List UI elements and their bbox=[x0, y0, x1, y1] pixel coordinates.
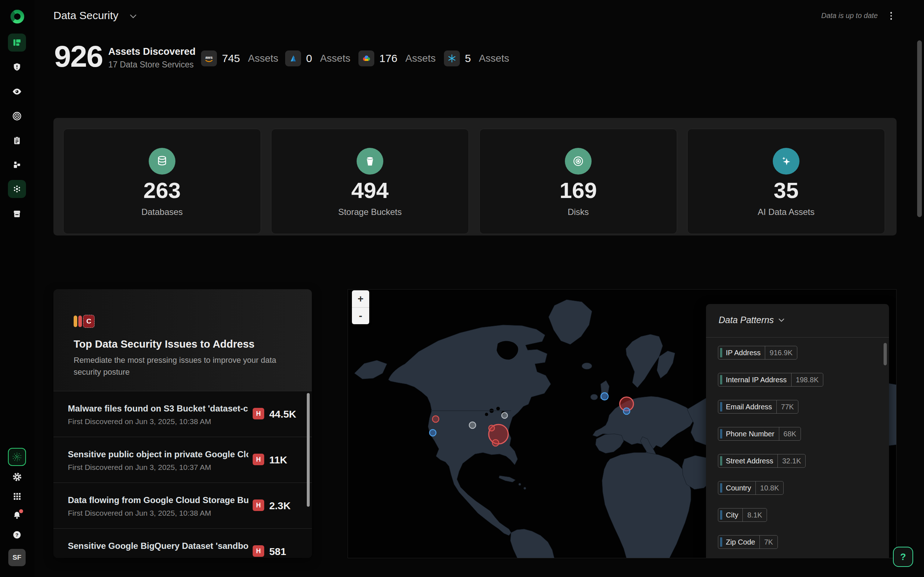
svg-text:aws: aws bbox=[205, 55, 213, 60]
storefront-icon bbox=[12, 209, 22, 219]
ai-burst-icon bbox=[12, 184, 22, 194]
pattern-chip-country[interactable]: Country 10.8K bbox=[718, 481, 783, 495]
sidebar-item-ai-security[interactable] bbox=[8, 180, 26, 198]
issue-row[interactable]: Data flowing from Google Cloud Storage B… bbox=[53, 482, 312, 528]
provider-count: 0 bbox=[306, 52, 312, 64]
sidebar-item-integrations[interactable] bbox=[8, 156, 26, 174]
map-data-point[interactable] bbox=[492, 440, 499, 446]
severity-badge: H bbox=[253, 454, 264, 465]
card-disks[interactable]: 169 Disks bbox=[479, 129, 677, 234]
provider-gcp[interactable]: 176 Assets bbox=[359, 50, 436, 66]
sidebar: ? SF bbox=[0, 0, 34, 577]
asset-summary-section: 263 Databases 494 Storage Buckets 169 Di… bbox=[53, 118, 897, 235]
patterns-scrollbar[interactable] bbox=[884, 343, 887, 365]
help-fab-button[interactable]: ? bbox=[893, 547, 913, 567]
sidebar-item-settings[interactable] bbox=[8, 468, 26, 486]
pattern-chip-email-address[interactable]: Email Address 77K bbox=[718, 400, 798, 414]
card-label: AI Data Assets bbox=[688, 207, 885, 217]
issue-row[interactable]: Malware files found on S3 Bucket 'datase… bbox=[53, 391, 312, 437]
apps-grid-icon bbox=[13, 492, 22, 501]
sidebar-item-marketplace[interactable] bbox=[8, 205, 26, 223]
severity-badge: H bbox=[253, 500, 264, 511]
provider-unit: Assets bbox=[405, 53, 436, 64]
pattern-chip-internal-ip-address[interactable]: Internal IP Address 198.8K bbox=[718, 373, 823, 387]
map-data-point[interactable] bbox=[624, 408, 630, 414]
card-value: 35 bbox=[688, 177, 885, 203]
data-patterns-header[interactable]: Data Patterns bbox=[719, 315, 785, 325]
issues-scrollbar[interactable] bbox=[307, 393, 310, 507]
map-data-point[interactable] bbox=[430, 429, 436, 436]
page-title[interactable]: Data Security bbox=[53, 10, 118, 22]
issue-title[interactable]: Sensitive public object in private Googl… bbox=[68, 449, 248, 459]
sidebar-item-visibility[interactable] bbox=[8, 82, 26, 101]
app-root: ? SF Data Security Data is up to date 92… bbox=[0, 0, 924, 577]
provider-unit: Assets bbox=[479, 53, 509, 64]
sidebar-item-issues[interactable] bbox=[8, 58, 26, 76]
provider-count: 745 bbox=[222, 52, 240, 64]
sidebar-item-ai-assistant[interactable] bbox=[8, 448, 26, 466]
sidebar-item-apps[interactable] bbox=[8, 487, 26, 505]
card-label: Databases bbox=[63, 207, 261, 217]
page-scrollbar[interactable] bbox=[917, 40, 922, 217]
sidebar-item-reports[interactable] bbox=[8, 132, 26, 150]
issue-title[interactable]: Sensitive Google BigQuery Dataset 'sandb… bbox=[68, 541, 248, 551]
provider-azure[interactable]: 0 Assets bbox=[285, 50, 351, 66]
assets-title: Assets Discovered bbox=[108, 46, 195, 57]
map-data-point[interactable] bbox=[601, 393, 608, 400]
card-ai-data-assets[interactable]: 35 AI Data Assets bbox=[687, 129, 885, 234]
chevron-down-icon bbox=[778, 318, 785, 322]
issues-title: Top Data Security Issues to Address bbox=[74, 338, 254, 350]
card-databases[interactable]: 263 Databases bbox=[63, 129, 261, 234]
data-patterns-panel: Data Patterns IP Address 916.9K Internal… bbox=[706, 304, 889, 558]
ai-assistant-icon bbox=[11, 451, 23, 462]
map-data-point[interactable] bbox=[489, 425, 494, 431]
kebab-menu-icon[interactable] bbox=[887, 10, 896, 22]
sidebar-item-dashboard[interactable] bbox=[8, 34, 26, 52]
map-data-point[interactable] bbox=[502, 413, 507, 418]
data-status-text: Data is up to date bbox=[821, 11, 878, 20]
gcp-icon bbox=[359, 50, 374, 66]
chevron-down-icon[interactable] bbox=[129, 14, 137, 20]
criticality-icon: C bbox=[74, 313, 94, 330]
provider-unit: Assets bbox=[248, 53, 278, 64]
issue-count: 44.5K bbox=[269, 409, 296, 420]
map-data-point[interactable] bbox=[469, 422, 476, 429]
issue-count: 11K bbox=[269, 455, 287, 466]
zoom-in-button[interactable]: + bbox=[352, 290, 369, 307]
issue-row[interactable]: Sensitive Google BigQuery Dataset 'sandb… bbox=[53, 528, 312, 558]
map-data-point[interactable] bbox=[432, 416, 439, 422]
provider-aws[interactable]: aws 745 Assets bbox=[201, 50, 278, 66]
pattern-chip-city[interactable]: City 8.1K bbox=[718, 508, 767, 522]
issue-title[interactable]: Malware files found on S3 Bucket 'datase… bbox=[68, 403, 248, 414]
shield-alert-icon bbox=[12, 62, 22, 72]
database-icon bbox=[149, 148, 175, 174]
assets-subtitle: 17 Data Store Services bbox=[108, 60, 194, 69]
azure-icon bbox=[285, 50, 301, 66]
sidebar-item-detection[interactable] bbox=[8, 107, 26, 125]
issue-row[interactable]: Sensitive public object in private Googl… bbox=[53, 437, 312, 482]
sidebar-item-notifications[interactable] bbox=[8, 506, 26, 524]
issue-count: 581 bbox=[269, 546, 286, 558]
brand-logo-icon[interactable] bbox=[10, 9, 25, 24]
pattern-chip-ip-address[interactable]: IP Address 916.9K bbox=[718, 346, 797, 359]
assets-total: 926 bbox=[54, 39, 102, 74]
pattern-chip-street-address[interactable]: Street Address 32.1K bbox=[718, 454, 806, 468]
provider-unit: Assets bbox=[320, 53, 351, 64]
issue-title[interactable]: Data flowing from Google Cloud Storage B… bbox=[68, 495, 248, 505]
pattern-chip-zip-code[interactable]: Zip Code 7K bbox=[718, 535, 778, 549]
aws-icon: aws bbox=[201, 50, 217, 66]
card-storage-buckets[interactable]: 494 Storage Buckets bbox=[271, 129, 469, 234]
issue-discovered: First Discovered on Jun 3, 2025, 10:38 A… bbox=[68, 417, 211, 426]
issue-discovered: First Discovered on Jun 3, 2025, 10:37 A… bbox=[68, 463, 211, 472]
user-avatar[interactable]: SF bbox=[8, 549, 26, 566]
clipboard-icon bbox=[12, 136, 22, 145]
issues-list: Malware files found on S3 Bucket 'datase… bbox=[53, 391, 312, 558]
world-map[interactable]: + - bbox=[347, 289, 897, 558]
top-issues-panel: C Top Data Security Issues to Address Re… bbox=[53, 289, 312, 558]
bucket-icon bbox=[357, 148, 383, 174]
pattern-chip-phone-number[interactable]: Phone Number 68K bbox=[718, 427, 801, 441]
provider-snowflake[interactable]: 5 Assets bbox=[444, 50, 509, 66]
sidebar-item-help[interactable]: ? bbox=[8, 526, 26, 544]
eye-icon bbox=[12, 87, 22, 97]
zoom-out-button[interactable]: - bbox=[352, 307, 369, 324]
